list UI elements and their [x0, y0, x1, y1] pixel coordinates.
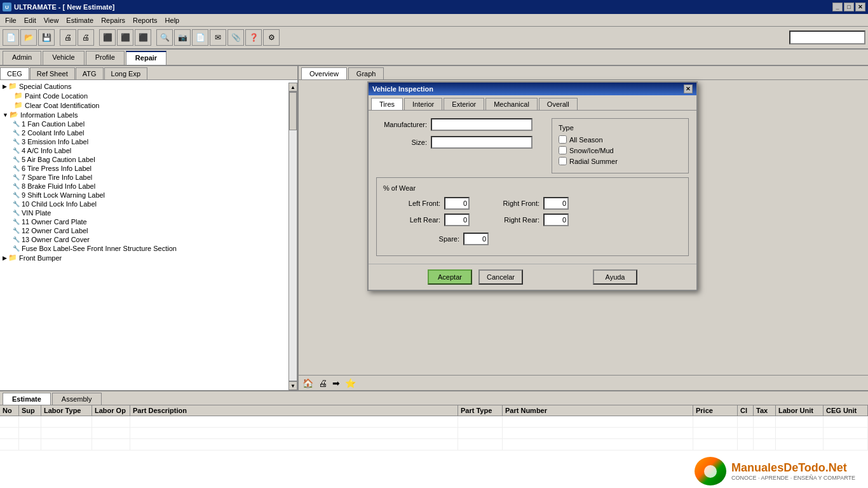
- tree-item-paint-code[interactable]: 📁 Paint Code Location: [1, 91, 288, 100]
- radial-checkbox[interactable]: [559, 157, 567, 165]
- scroll-up-btn[interactable]: ▲: [288, 83, 297, 92]
- tree-area[interactable]: ▶ 📁 Special Cautions 📁 Paint Code Locati…: [0, 80, 297, 390]
- print-icon[interactable]: 🖨: [318, 378, 327, 388]
- watermark-title: ManualesDeTodo.Net: [731, 461, 855, 475]
- size-input[interactable]: [431, 136, 532, 149]
- tree-item-emission[interactable]: 🔧 3 Emission Info Label: [11, 137, 288, 146]
- tree-scrollbar[interactable]: ▲ ▼: [288, 83, 297, 390]
- scroll-down-btn[interactable]: ▼: [288, 381, 297, 390]
- print-btn[interactable]: 🖨: [60, 29, 76, 46]
- maximize-button[interactable]: □: [844, 3, 854, 11]
- accept-button[interactable]: Aceptar: [428, 269, 472, 285]
- tree-item-vin[interactable]: 🔧 VIN Plate: [11, 208, 288, 217]
- right-front-input[interactable]: [543, 197, 569, 210]
- snow-checkbox[interactable]: [559, 146, 567, 154]
- menu-view[interactable]: View: [40, 15, 63, 25]
- star-icon[interactable]: ⭐: [345, 378, 356, 388]
- save-btn[interactable]: 💾: [38, 29, 55, 46]
- tree-item-fusebox[interactable]: 🔧 Fuse Box Label-See Front Inner Structu…: [11, 244, 288, 253]
- tree-item-fan[interactable]: 🔧 1 Fan Caution Label: [11, 119, 288, 128]
- print2-btn[interactable]: 🖨: [78, 29, 94, 46]
- toolbar-search-input[interactable]: [789, 30, 865, 44]
- bottom-tabs: Estimate Assembly: [0, 391, 868, 405]
- cancel-button[interactable]: Cancelar: [478, 269, 523, 285]
- left-tab-refsheet[interactable]: Ref Sheet: [30, 67, 75, 79]
- menu-estimate[interactable]: Estimate: [62, 15, 97, 25]
- tree-item-ownerlabel[interactable]: 🔧 12 Owner Card Label: [11, 226, 288, 235]
- left-tab-atg[interactable]: ATG: [76, 67, 104, 79]
- menu-repairs[interactable]: Repairs: [97, 15, 129, 25]
- dialog-tab-exterior[interactable]: Exterior: [444, 98, 484, 110]
- tree-folder-info-labels[interactable]: ▼ 📂 Information Labels: [1, 110, 288, 119]
- tree-folder-front-bumper[interactable]: ▶ 📁 Front Bumper: [1, 253, 288, 262]
- nav-btn2[interactable]: ⬛: [117, 29, 133, 46]
- nav-tab-admin[interactable]: Admin: [3, 51, 41, 65]
- tree-folder-special-cautions[interactable]: ▶ 📁 Special Cautions: [1, 81, 288, 91]
- arrow-icon[interactable]: ➡: [332, 378, 340, 388]
- manufacturer-input[interactable]: [431, 118, 532, 131]
- tree-item-ownercard[interactable]: 🔧 11 Owner Card Plate: [11, 217, 288, 226]
- dialog-tab-mechanical[interactable]: Mechanical: [485, 98, 538, 110]
- all-season-checkbox[interactable]: [559, 135, 567, 144]
- menu-file[interactable]: File: [1, 15, 20, 25]
- dialog-close-button[interactable]: ✕: [684, 85, 693, 93]
- dialog-tab-overall[interactable]: Overall: [539, 98, 578, 110]
- open-btn[interactable]: 📂: [20, 29, 37, 46]
- tree-item-sparetire[interactable]: 🔧 7 Spare Tire Info Label: [11, 173, 288, 182]
- right-tabs: Overview Graph: [299, 66, 868, 80]
- email-btn[interactable]: ✉: [210, 29, 226, 46]
- left-rear-input[interactable]: [444, 214, 470, 226]
- table-row[interactable]: [0, 439, 868, 451]
- attach-btn[interactable]: 📎: [227, 29, 244, 46]
- tree-item-clear-coat[interactable]: 📁 Clear Coat Identification: [1, 100, 288, 110]
- tree-item-brakefluid[interactable]: 🔧 8 Brake Fluid Info Label: [11, 182, 288, 191]
- minimize-button[interactable]: _: [832, 3, 843, 11]
- spare-input[interactable]: [463, 233, 489, 245]
- new-btn[interactable]: 📄: [3, 29, 19, 46]
- table-row[interactable]: [0, 428, 868, 439]
- tree-item-shiftlock[interactable]: 🔧 9 Shift Lock Warning Label: [11, 191, 288, 200]
- vehicle-inspection-dialog[interactable]: Vehicle Inspection ✕ Tires Interior Exte…: [367, 81, 698, 291]
- tree-item-coolant[interactable]: 🔧 2 Coolant Info Label: [11, 128, 288, 137]
- search-btn[interactable]: 🔍: [156, 29, 173, 46]
- menu-edit[interactable]: Edit: [20, 15, 40, 25]
- tree-item-ac[interactable]: 🔧 4 A/C Info Label: [11, 146, 288, 155]
- tree-item-childlock[interactable]: 🔧 10 Child Lock Info Label: [11, 200, 288, 208]
- scroll-track[interactable]: [288, 92, 297, 381]
- tree-item-ownercover[interactable]: 🔧 13 Owner Card Cover: [11, 235, 288, 244]
- nav-btn1[interactable]: ⬛: [99, 29, 116, 46]
- nav-tab-repair[interactable]: Repair: [126, 51, 166, 65]
- front-bumper-label: Front Bumper: [19, 254, 62, 262]
- left-tab-longexp[interactable]: Long Exp: [104, 67, 147, 79]
- menu-help[interactable]: Help: [161, 15, 184, 25]
- th-part-desc: Part Description: [130, 405, 458, 416]
- right-tab-graph[interactable]: Graph: [348, 67, 384, 79]
- nav-btn3[interactable]: ⬛: [135, 29, 151, 46]
- wrench-icon-shiftlock: 🔧: [13, 192, 20, 198]
- menu-reports[interactable]: Reports: [129, 15, 161, 25]
- table-row[interactable]: [0, 416, 868, 428]
- right-rear-input[interactable]: [543, 214, 569, 226]
- nav-tab-vehicle[interactable]: Vehicle: [43, 51, 84, 65]
- nav-tab-profile[interactable]: Profile: [86, 51, 125, 65]
- photo-btn[interactable]: 📷: [174, 29, 191, 46]
- settings-btn[interactable]: ⚙: [263, 29, 280, 46]
- bottom-tab-assembly[interactable]: Assembly: [52, 393, 102, 405]
- spare-label: Spare:: [383, 235, 459, 243]
- manufacturer-row: Manufacturer:: [376, 118, 532, 131]
- left-tab-ceg[interactable]: CEG: [0, 67, 29, 79]
- dialog-tab-interior[interactable]: Interior: [404, 98, 442, 110]
- left-front-input[interactable]: [444, 197, 470, 210]
- wrench-icon-airbag: 🔧: [13, 156, 20, 163]
- bottom-tab-estimate[interactable]: Estimate: [3, 393, 51, 405]
- help-button[interactable]: Ayuda: [593, 269, 637, 285]
- close-button[interactable]: ✕: [855, 3, 865, 11]
- right-tab-overview[interactable]: Overview: [301, 67, 347, 79]
- help-btn[interactable]: ❓: [245, 29, 262, 46]
- expand-icon-info: ▼: [3, 112, 8, 118]
- home-icon[interactable]: 🏠: [302, 378, 313, 388]
- tree-item-tirepress[interactable]: 🔧 6 Tire Press Info Label: [11, 164, 288, 173]
- tree-item-airbag[interactable]: 🔧 5 Air Bag Caution Label: [11, 155, 288, 164]
- dialog-tab-tires[interactable]: Tires: [371, 98, 403, 110]
- doc-btn[interactable]: 📄: [192, 29, 208, 46]
